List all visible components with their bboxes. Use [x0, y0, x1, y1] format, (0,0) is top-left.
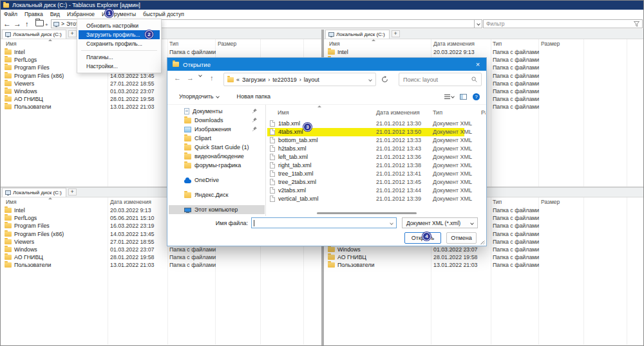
tab-local-disk-c[interactable]: Локальный диск (C:): [2, 188, 66, 197]
sidebar-item[interactable]: форумы-графика: [169, 161, 265, 170]
breadcrumb-segment[interactable]: te220319: [272, 77, 297, 83]
sidebar-item[interactable]: OneDrive: [169, 176, 265, 185]
sidebar-item[interactable]: Яндекс.Диск: [169, 190, 265, 199]
table-row[interactable]: 4tabs.xml 21.01.2012 13:50 Документ XML: [266, 128, 486, 136]
new-folder-icon[interactable]: [35, 20, 44, 26]
column-size[interactable]: Размер: [541, 199, 560, 205]
column-name[interactable]: Имя: [6, 41, 17, 47]
folder-icon: [173, 62, 179, 67]
sidebar-item[interactable]: Quick Start Guide (1): [169, 143, 265, 152]
column-name[interactable]: Имя: [6, 199, 17, 205]
filter-input[interactable]: Фильтр: [483, 19, 643, 28]
column-date[interactable]: Дата изменения: [433, 41, 475, 47]
table-row[interactable]: right_tab.xml 21.01.2012 13:38 Документ …: [266, 161, 486, 170]
forward-icon[interactable]: →: [187, 74, 194, 82]
folder-icon: [5, 215, 12, 221]
column-name[interactable]: Имя: [329, 41, 340, 47]
table-row[interactable]: vertical_tab.xml 21.01.2012 13:39 Докуме…: [266, 195, 486, 203]
column-type[interactable]: Тип: [493, 199, 502, 205]
table-row[interactable]: Windows 01.03.2022 23:07 Папка с файлами: [1, 246, 321, 253]
menu-item[interactable]: Файл: [4, 11, 17, 17]
menu-item[interactable]: быстрый доступ: [143, 11, 184, 17]
forward-icon[interactable]: →: [14, 19, 21, 29]
table-row[interactable]: v2tabs.xml 21.01.2012 13:44 Документ XML: [266, 187, 486, 195]
resize-grip[interactable]: [480, 240, 485, 244]
menu-item[interactable]: Сохранить профиль...: [79, 39, 160, 48]
chevron-down-icon[interactable]: [198, 73, 202, 77]
menu-bar: Файл Правка Вид Избранное Инструменты бы…: [1, 10, 643, 18]
xml-file-icon: [270, 137, 275, 143]
breadcrumb-segment[interactable]: layout: [304, 77, 319, 83]
column-size[interactable]: Размер: [218, 41, 236, 47]
sidebar-item[interactable]: Downloads: [169, 116, 265, 125]
table-row[interactable]: bottom_tab.xml 21.01.2012 13:33 Документ…: [266, 136, 486, 145]
folder-icon: [5, 57, 12, 62]
table-row[interactable]: 1tab.xml 21.01.2012 13:30 Документ XML: [266, 120, 486, 128]
column-type[interactable]: Тип: [433, 109, 442, 116]
sidebar-item[interactable]: видеонаблюдение: [169, 152, 265, 161]
column-date[interactable]: Дата изменения: [110, 199, 151, 205]
new-tab-button[interactable]: +: [392, 30, 400, 37]
organize-button[interactable]: Упорядочить: [179, 93, 219, 100]
table-row[interactable]: h2tabs.xml 21.01.2012 13:43 Документ XML: [266, 145, 486, 153]
list-view-icon[interactable]: [444, 95, 454, 99]
filename-input[interactable]: [251, 217, 397, 228]
table-row[interactable]: tree_2tabs.xml 21.01.2012 13:45 Документ…: [266, 178, 486, 187]
help-icon[interactable]: ?: [473, 93, 480, 100]
close-icon[interactable]: ×: [469, 58, 486, 71]
address-dropdown-button[interactable]: [475, 19, 482, 28]
table-row[interactable]: tree_1tab.xml 21.01.2012 13:41 Документ …: [266, 170, 486, 178]
tab-local-disk-c[interactable]: Локальный диск (C:): [2, 30, 66, 39]
menu-item[interactable]: Вид: [50, 11, 60, 17]
back-icon[interactable]: ←: [174, 74, 181, 82]
tab-local-disk-c[interactable]: Локальный диск (C:): [325, 30, 390, 39]
new-tab-button[interactable]: +: [68, 188, 77, 196]
back-icon[interactable]: ←: [3, 19, 11, 29]
dialog-search-input[interactable]: Поиск: layout: [399, 73, 482, 86]
new-folder-button[interactable]: Новая папка: [237, 93, 270, 100]
filetype-select[interactable]: Документ XML (*.xml): [402, 217, 478, 228]
cancel-button[interactable]: Отмена: [446, 232, 477, 244]
table-row[interactable]: Windows 01.03.2022 23:07 Папка с файлами: [324, 246, 644, 253]
dialog-title-bar[interactable]: Открытие ×: [167, 58, 486, 71]
dialog-address-bar[interactable]: « Загрузки › te220319 › layout: [223, 73, 376, 86]
menu-item[interactable]: Правка: [24, 11, 43, 17]
new-tab-button[interactable]: +: [68, 30, 77, 37]
table-row[interactable]: АО ГНИВЦ 28.01.2022 19:58 Папка с файлам…: [324, 253, 644, 261]
chevron-down-icon[interactable]: [368, 78, 372, 82]
dialog-command-bar: Упорядочить Новая папка ?: [167, 90, 486, 103]
sidebar-item[interactable]: Этот компьютер: [169, 205, 265, 214]
sidebar-item[interactable]: Документы: [169, 107, 265, 116]
sidebar-item[interactable]: Clipart: [169, 134, 265, 143]
column-date[interactable]: Дата изменения: [376, 109, 420, 116]
menu-item[interactable]: Плагины...: [79, 53, 160, 62]
xml-file-icon: [270, 129, 275, 135]
app-window: Локальный диск (C:) - Tablacus Explorer …: [0, 0, 644, 346]
menu-item[interactable]: Обновить настройки: [79, 21, 160, 30]
column-size[interactable]: Размер: [481, 109, 486, 116]
table-row[interactable]: Intel 20.03.2022 9:13 Папка с файлами: [324, 48, 644, 56]
sidebar-item[interactable]: Изображения: [169, 125, 265, 134]
preview-pane-icon[interactable]: [460, 94, 467, 100]
table-row[interactable]: Пользователи 13.01.2022 21:03 Папка с фа…: [1, 261, 321, 269]
plus-icon: +: [45, 22, 48, 28]
horizontal-scrollbar[interactable]: [317, 212, 417, 214]
column-type[interactable]: Тип: [169, 41, 178, 47]
folder-icon: [5, 89, 12, 94]
tools-menu: Обновить настройки Загрузить профиль... …: [77, 19, 162, 73]
up-icon[interactable]: ↑: [210, 74, 214, 82]
sidebar-item[interactable]: Локальный диск (C:): [169, 214, 265, 216]
xml-file-icon: [270, 162, 275, 168]
table-row[interactable]: left_tab.xml 21.01.2012 13:36 Документ X…: [266, 153, 486, 161]
menu-item[interactable]: Избранное: [67, 11, 95, 17]
column-type[interactable]: Тип: [493, 41, 502, 47]
table-row[interactable]: Пользователи 13.01.2022 21:03 Папка с фа…: [324, 261, 644, 269]
breadcrumb-segment[interactable]: Загрузки: [242, 77, 265, 83]
dialog-title: Открытие: [183, 61, 211, 68]
column-size[interactable]: Размер: [541, 41, 560, 47]
menu-item[interactable]: Настройки...: [79, 62, 160, 71]
table-row[interactable]: АО ГНИВЦ 28.01.2022 19:58 Папка с файлам…: [1, 253, 321, 261]
up-icon[interactable]: ↑: [25, 19, 29, 29]
refresh-icon[interactable]: [381, 76, 388, 83]
column-name[interactable]: Имя: [278, 109, 289, 116]
